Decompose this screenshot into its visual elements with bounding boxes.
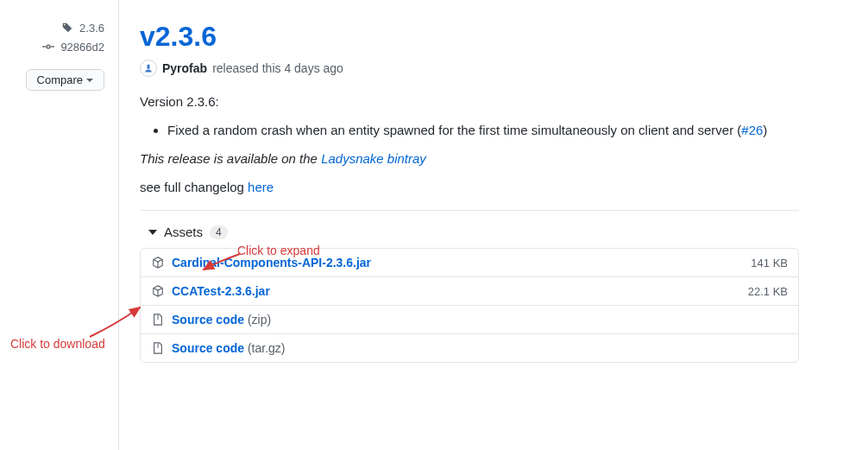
commit-icon	[41, 40, 55, 54]
asset-name[interactable]: CCATest-2.3.6.jar	[172, 284, 270, 298]
release-sidebar: 2.3.6 92866d2 Compare	[0, 0, 119, 450]
release-main: v2.3.6 Pyrofab released this 4 days ago …	[119, 0, 827, 383]
released-text: released this 4 days ago	[212, 61, 343, 75]
release-title[interactable]: v2.3.6	[140, 21, 799, 53]
change-item: Fixed a random crash when an entity spaw…	[167, 123, 799, 137]
tag-icon	[60, 21, 74, 35]
commit-row[interactable]: 92866d2	[41, 40, 104, 54]
tag-text: 2.3.6	[79, 22, 104, 35]
asset-name[interactable]: Source code (tar.gz)	[172, 341, 286, 355]
assets-label: Assets	[164, 225, 203, 239]
asset-row[interactable]: CCATest-2.3.6.jar 22.1 KB	[141, 276, 798, 305]
author-avatar[interactable]	[140, 60, 157, 77]
version-heading: Version 2.3.6:	[140, 94, 799, 109]
asset-name[interactable]: Source code (zip)	[172, 313, 271, 326]
caret-down-icon	[86, 79, 93, 82]
release-body: Version 2.3.6: Fixed a random crash when…	[140, 94, 799, 363]
svg-point-0	[47, 45, 50, 48]
issue-link[interactable]: #26	[741, 123, 763, 137]
tag-row[interactable]: 2.3.6	[60, 21, 104, 35]
author-line: Pyrofab released this 4 days ago	[140, 60, 799, 77]
asset-size: 22.1 KB	[748, 285, 788, 298]
asset-name[interactable]: Cardinal-Components-API-2.3.6.jar	[172, 256, 371, 269]
package-icon	[151, 284, 165, 298]
zip-icon	[151, 341, 165, 355]
bintray-link[interactable]: Ladysnake bintray	[321, 151, 426, 166]
changes-list: Fixed a random crash when an entity spaw…	[140, 123, 799, 137]
triangle-down-icon	[148, 230, 157, 235]
compare-label: Compare	[37, 73, 83, 86]
assets-toggle[interactable]: Assets 4	[140, 219, 228, 248]
asset-row[interactable]: Source code (tar.gz)	[141, 333, 798, 362]
compare-button[interactable]: Compare	[26, 69, 104, 91]
assets-list: Cardinal-Components-API-2.3.6.jar 141 KB…	[140, 248, 799, 363]
asset-row[interactable]: Source code (zip)	[141, 305, 798, 333]
zip-icon	[151, 313, 165, 326]
asset-size: 141 KB	[751, 257, 788, 269]
changelog-link[interactable]: here	[248, 180, 274, 194]
asset-row[interactable]: Cardinal-Components-API-2.3.6.jar 141 KB	[141, 249, 798, 276]
commit-sha: 92866d2	[60, 41, 104, 54]
availability-line: This release is available on the Ladysna…	[140, 151, 799, 166]
author-link[interactable]: Pyrofab	[162, 61, 207, 75]
package-icon	[151, 256, 165, 269]
changelog-line: see full changelog here	[140, 180, 799, 194]
assets-count: 4	[210, 225, 228, 239]
divider	[140, 210, 799, 211]
